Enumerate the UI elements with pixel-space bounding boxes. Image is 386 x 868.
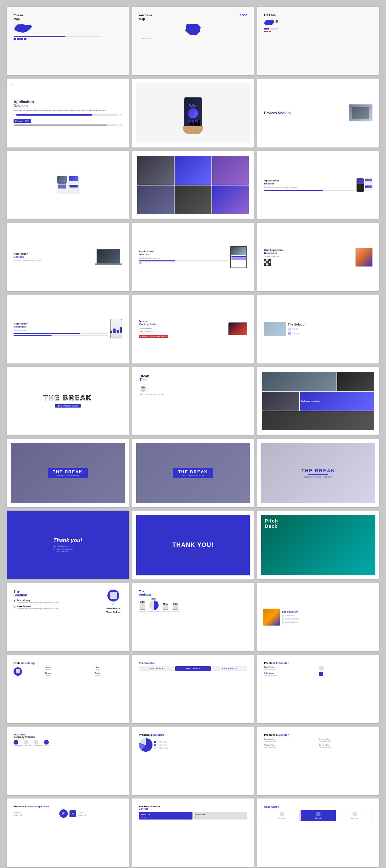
slide-problem-solution-3[interactable]: Problem & Solution Problem One Descripti… [257,727,379,795]
slide-solution-large[interactable]: TheSolution A Save Money A peep at some … [7,583,129,651]
solution-icon [319,666,324,671]
solution-image [264,322,286,336]
case-icon1 [280,812,284,816]
solve-icon [14,667,22,676]
case-icon2 [316,812,321,816]
slide-app-screens-grid[interactable] [132,151,254,219]
slide-device-mockup[interactable]: DeviceMockup Slide ▪ Accomplishment ▪ Aw… [132,295,254,363]
slide-devices-mockup[interactable]: Devices Mockup [257,79,379,147]
download-image [355,248,372,267]
slide-app-laptop[interactable]: ApplicationDevices Description subtitle … [7,223,129,291]
phone-detail [110,319,122,339]
slide-problem-solving[interactable]: Problem solving Find Problem Fix Pay Tea [7,655,129,723]
case-icon3 [352,812,357,816]
pie-chart [139,738,153,752]
next-icon: ▶ [195,120,197,122]
coffee-icon: ☕ [140,384,247,392]
slide-app-download[interactable]: Our ApplicationDownload Download App Now [257,223,379,291]
slide-thank-you-caps[interactable]: THANK YOU! [132,511,254,579]
slide-the-break-bg1[interactable]: THE BREAK INNOVATION FORUM [7,439,129,507]
slide-phone-hand[interactable]: Track Name Artist Name ◀ ▐▐ ▶ [132,79,254,147]
puzzle-icon [107,590,119,601]
russia-map-shape [14,24,122,34]
slide-pitch-deck[interactable]: PitchDeck [257,511,379,579]
money-icon [319,672,323,676]
slide-conference-collage[interactable]: Conference networking [257,367,379,435]
problem-image [263,609,280,626]
slide-app-devices[interactable]: Application Devices A peep at some dista… [7,79,129,147]
overview-dot2 [24,740,28,745]
play-icon: ▐▐ [192,120,194,122]
puzzle-icon-split: P [59,809,68,818]
slide-solution-cards[interactable]: The Solution SAVE MONEY MAKE MONEY SAVE … [132,655,254,723]
mockup-image [349,104,372,121]
slide-app-tablet[interactable]: ApplicationDevices Subtitle description … [132,223,254,291]
slide-thank-you-blue[interactable]: Thank you! ✉ email@email.com 🌐 website@e… [7,511,129,579]
slide-the-problem-2[interactable]: The Problem Job Problem Marketing Proble… [257,583,379,651]
slide-app-screens-left[interactable] [7,151,129,219]
slide-problems-split[interactable]: Problems & Solution Split Slide Problem … [7,798,129,867]
slide-pitch-deck-overview[interactable]: Pitch Deck Company overview Background C… [7,727,129,795]
slide-problem-solution[interactable]: Problem & Solution Save Energy Descripti… [257,655,379,723]
slide-the-break-innovation[interactable]: THE BREAK INNOVATION FORUM [257,439,379,507]
overview-dot4 [44,740,49,745]
slide-app-devices-2[interactable]: ApplicationDevices Subtitle description … [257,151,379,219]
tablet-mockup [230,246,247,268]
overview-dot3 [34,740,38,745]
slide-case-study[interactable]: Case Study Example Example Example [257,798,379,867]
laptop-mockup [97,249,122,265]
slide-russia-map[interactable]: Russia Map [7,7,129,75]
slide-the-break-plain[interactable]: THE BREAK INNOVATION FORUM [7,367,129,435]
slide-app-detail[interactable]: Applicationdetail info Subtitle text her… [7,295,129,363]
slide-australia-map[interactable]: Australia Map 3.300 Subtitle text here [132,7,254,75]
slide-problems-benefits[interactable]: Problems SolutionBenefits Benefit One De… [132,798,254,867]
solution-s-icon: S [69,810,76,817]
slide-usa-map[interactable]: USA Map Data label [257,7,379,75]
slide-solution-laptop[interactable]: The Solution Title One Title Two [257,295,379,363]
mockup-screen [228,322,247,335]
slide-problem-solution-pie[interactable]: Problem & Solution Problem One Problem T… [132,727,254,795]
prev-icon: ◀ [188,120,190,122]
slide-the-break-bg2[interactable]: THE BREAK INNOVATION FORUM [132,439,254,507]
slide-the-problem[interactable]: TheProblem 20% Job Problem 50% Marketing… [132,583,254,651]
overview-dot1 [14,740,18,745]
slides-grid: Russia Map [7,7,379,867]
slide-break-time[interactable]: BreakTime ☕ Short break description text… [132,367,254,435]
